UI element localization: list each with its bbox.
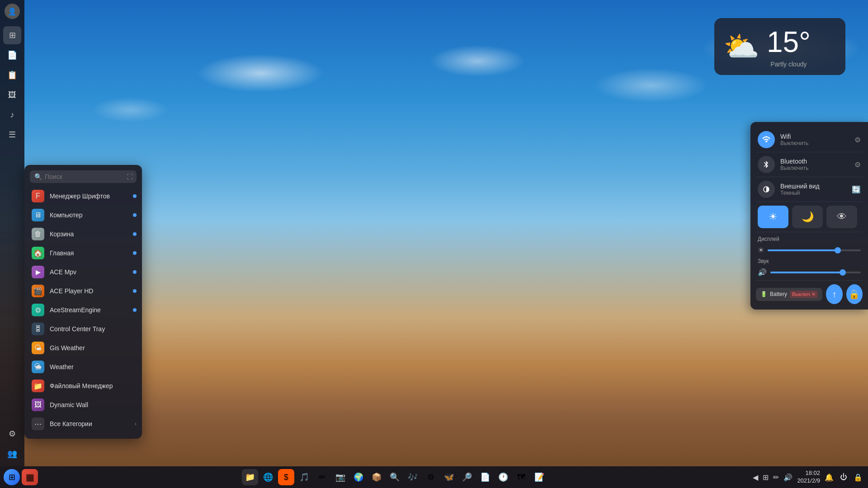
app-menu: 🔍 ⛶ F Менеджер Шрифтов 🖥 Компьютер 🗑 Кор… xyxy=(24,165,142,439)
expand-icon[interactable]: ⛶ xyxy=(127,173,133,180)
search-input[interactable] xyxy=(45,173,124,180)
grid-button[interactable]: ▦ xyxy=(22,469,38,485)
menu-item-label: Control Center Tray xyxy=(50,325,105,333)
taskbar-app-edit[interactable]: ✏ xyxy=(314,469,330,485)
taskbar-app-media[interactable]: 🎵 xyxy=(296,469,312,485)
lock-button[interactable]: 🔒 xyxy=(846,284,863,304)
wifi-label: Wifi Выключить xyxy=(780,133,849,146)
sidebar-item-media[interactable]: 🖼 xyxy=(3,86,21,104)
menu-item-label: ACE Mpv xyxy=(50,268,76,276)
weather-temperature: 15° xyxy=(767,25,811,59)
menu-item-ace-mpv[interactable]: ▶ ACE Mpv xyxy=(24,263,142,282)
bluetooth-title: Bluetooth xyxy=(780,158,849,165)
sidebar-avatar[interactable]: 👤 xyxy=(5,4,20,19)
menu-item-label: Менеджер Шрифтов xyxy=(50,192,110,200)
menu-item-all-categories[interactable]: ⋯ Все Категории › xyxy=(24,414,142,433)
tray-pen-icon[interactable]: ✏ xyxy=(771,471,781,483)
sound-track[interactable] xyxy=(770,272,861,273)
all-cats-icon: ⋯ xyxy=(32,418,44,430)
taskbar-app-butterfly[interactable]: 🦋 xyxy=(441,469,457,485)
taskbar-app-terminal[interactable]: $ xyxy=(278,469,294,485)
dynamic-wall-icon: 🖼 xyxy=(32,399,44,411)
sidebar-item-list[interactable]: ☰ xyxy=(3,126,21,144)
sidebar-item-files[interactable]: 📄 xyxy=(3,46,21,64)
menu-item-dynamic-wall[interactable]: 🖼 Dynamic Wall xyxy=(24,395,142,414)
sidebar-item-settings[interactable]: ⚙ xyxy=(3,425,21,443)
tray-grid-icon[interactable]: ⊞ xyxy=(761,471,770,483)
battery-status: Выключ ✕ xyxy=(790,291,818,298)
tray-notification-icon[interactable]: 🔔 xyxy=(823,471,835,483)
weather-icon: 🌦 xyxy=(32,361,44,373)
ace-mpv-icon: ▶ xyxy=(32,266,44,278)
tray-power-icon[interactable]: ⏻ xyxy=(838,471,849,483)
clock-time: 18:02 xyxy=(797,469,820,477)
new-indicator xyxy=(133,308,137,312)
tray-volume-icon[interactable]: 🔊 xyxy=(782,471,794,483)
wifi-icon[interactable] xyxy=(758,131,775,148)
eye-mode-button[interactable]: 👁 xyxy=(826,206,857,228)
menu-item-cc-tray[interactable]: 🎛 Control Center Tray xyxy=(24,319,142,338)
brightness-slider-row: ☀ xyxy=(758,246,861,254)
brightness-thumb[interactable] xyxy=(835,247,841,253)
appearance-icon[interactable] xyxy=(758,181,775,198)
weather-widget: ⛅ 15° Partly cloudy xyxy=(714,18,845,75)
menu-item-label: ACE Player HD xyxy=(50,287,93,295)
taskbar-app-search[interactable]: 🔎 xyxy=(459,469,475,485)
taskbar-apps: 📁 🌐 $ 🎵 ✏ 📷 🌍 📦 🔍 🎶 ⚙ 🦋 🔎 📄 🕐 🗺 📝 xyxy=(38,469,751,485)
taskbar-app-files[interactable]: 📁 xyxy=(242,469,258,485)
sound-thumb[interactable] xyxy=(840,269,846,276)
menu-item-font-mgr[interactable]: F Менеджер Шрифтов xyxy=(24,187,142,206)
taskbar-app-notes[interactable]: 📝 xyxy=(531,469,547,485)
display-mode-row: ☀ 🌙 👁 xyxy=(756,202,863,232)
brightness-track[interactable] xyxy=(768,249,861,251)
sidebar-item-notes[interactable]: 📋 xyxy=(3,66,21,84)
taskbar-app-map[interactable]: 🗺 xyxy=(513,469,529,485)
bluetooth-settings-icon[interactable]: ⚙ xyxy=(854,160,861,169)
bright-mode-button[interactable]: ☀ xyxy=(758,206,788,228)
menu-item-label: Weather xyxy=(50,363,74,371)
bluetooth-icon[interactable] xyxy=(758,156,775,173)
dark-mode-button[interactable]: 🌙 xyxy=(792,206,823,228)
menu-item-trash[interactable]: 🗑 Корзина xyxy=(24,225,142,244)
menu-item-home[interactable]: 🏠 Главная xyxy=(24,244,142,263)
sidebar-item-apps[interactable]: ⊞ xyxy=(3,26,21,44)
taskbar-right: ◀ ⊞ ✏ 🔊 18:02 2021/2/9 🔔 ⏻ 🔒 xyxy=(751,469,864,485)
sidebar-item-user[interactable]: 👥 xyxy=(3,445,21,463)
menu-item-weather[interactable]: 🌦 Weather xyxy=(24,357,142,376)
search-icon: 🔍 xyxy=(34,173,42,180)
font-mgr-icon: F xyxy=(32,190,44,202)
menu-item-file-mgr[interactable]: 📁 Файловый Менеджер xyxy=(24,376,142,395)
sound-label: Звук xyxy=(758,258,861,264)
tray-prev-icon[interactable]: ◀ xyxy=(751,471,760,483)
taskbar-app-music[interactable]: 🎶 xyxy=(405,469,421,485)
display-label: Дисплей xyxy=(758,236,861,242)
menu-item-computer[interactable]: 🖥 Компьютер xyxy=(24,206,142,225)
taskbar-app-settings[interactable]: ⚙ xyxy=(423,469,439,485)
tray-lock-icon[interactable]: 🔒 xyxy=(852,471,864,483)
start-button[interactable]: ⊞ xyxy=(4,469,20,485)
brightness-fill xyxy=(768,249,838,251)
upload-button[interactable]: ↑ xyxy=(826,284,842,304)
taskbar-app-browser[interactable]: 🌐 xyxy=(260,469,276,485)
sidebar-item-music[interactable]: ♪ xyxy=(3,106,21,124)
computer-icon: 🖥 xyxy=(32,209,44,221)
taskbar-app-archive[interactable]: 📦 xyxy=(368,469,385,485)
brightness-icon: ☀ xyxy=(758,246,764,254)
file-mgr-icon: 📁 xyxy=(32,380,44,392)
taskbar-app-finder[interactable]: 🔍 xyxy=(387,469,403,485)
taskbar-app-camera[interactable]: 📷 xyxy=(332,469,349,485)
taskbar-app-globe[interactable]: 🌍 xyxy=(350,469,367,485)
menu-item-label: AceStreamEngine xyxy=(50,306,101,314)
menu-item-ace-engine[interactable]: ⚙ AceStreamEngine xyxy=(24,300,142,319)
wifi-settings-icon[interactable]: ⚙ xyxy=(854,136,861,144)
taskbar-app-clock[interactable]: 🕐 xyxy=(495,469,511,485)
taskbar-app-doc[interactable]: 📄 xyxy=(477,469,493,485)
appearance-title: Внешний вид xyxy=(780,183,846,190)
menu-item-label: Gis Weather xyxy=(50,344,85,352)
home-icon: 🏠 xyxy=(32,247,44,259)
new-indicator xyxy=(133,289,137,293)
appearance-settings-icon[interactable]: 🔄 xyxy=(852,185,861,194)
menu-item-gis-weather[interactable]: 🌤 Gis Weather xyxy=(24,338,142,357)
new-indicator xyxy=(133,270,137,274)
menu-item-ace-player[interactable]: 🎬 ACE Player HD xyxy=(24,282,142,300)
